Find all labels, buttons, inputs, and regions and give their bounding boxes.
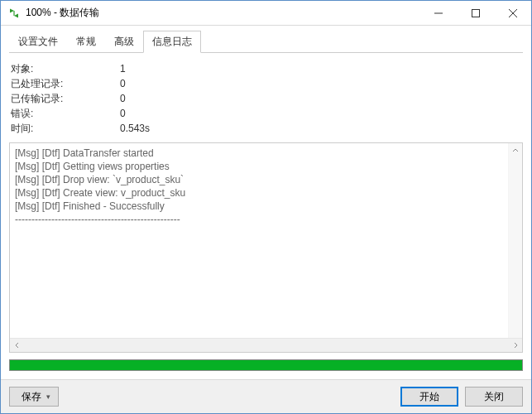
stat-label-time: 时间: xyxy=(11,121,120,136)
tab-bar: 设置文件 常规 高级 信息日志 xyxy=(9,31,523,53)
app-window: 100% - 数据传输 设置文件 常规 高级 信息日志 对象: 1 xyxy=(0,0,532,414)
stat-row-time: 时间: 0.543s xyxy=(11,121,521,136)
titlebar: 100% - 数据传输 xyxy=(1,1,531,26)
stat-label-errors: 错误: xyxy=(11,106,120,121)
stats-panel: 对象: 1 已处理记录: 0 已传输记录: 0 错误: 0 时间: 0.543s xyxy=(11,61,521,136)
minimize-button[interactable] xyxy=(419,1,457,25)
chevron-down-icon: ▾ xyxy=(46,392,50,401)
stat-row-processed: 已处理记录: 0 xyxy=(11,76,521,91)
stat-value-errors: 0 xyxy=(120,106,126,121)
tab-general[interactable]: 常规 xyxy=(67,31,105,53)
scroll-right-icon xyxy=(508,339,522,352)
progress-bar xyxy=(9,359,523,371)
window-title: 100% - 数据传输 xyxy=(26,6,99,20)
stat-value-objects: 1 xyxy=(120,61,126,76)
stat-value-transferred: 0 xyxy=(120,91,126,106)
stat-value-processed: 0 xyxy=(120,76,126,91)
log-horizontal-scrollbar[interactable] xyxy=(10,338,522,352)
save-dropdown-button[interactable]: 保存 ▾ xyxy=(9,387,59,407)
footer: 保存 ▾ 开始 关闭 xyxy=(1,379,531,413)
maximize-button[interactable] xyxy=(457,1,494,25)
scroll-left-icon xyxy=(10,339,24,352)
close-button-label: 关闭 xyxy=(484,390,504,404)
log-content[interactable]: [Msg] [Dtf] DataTransfer started [Msg] [… xyxy=(10,143,522,338)
stat-label-processed: 已处理记录: xyxy=(11,76,120,91)
scroll-up-icon xyxy=(509,143,522,157)
tab-settings-file[interactable]: 设置文件 xyxy=(9,31,67,53)
log-box: [Msg] [Dtf] DataTransfer started [Msg] [… xyxy=(9,142,523,353)
tab-advanced[interactable]: 高级 xyxy=(105,31,143,53)
stat-row-errors: 错误: 0 xyxy=(11,106,521,121)
stat-value-time: 0.543s xyxy=(120,121,150,136)
app-icon xyxy=(7,7,21,20)
stat-label-objects: 对象: xyxy=(11,61,120,76)
close-dialog-button[interactable]: 关闭 xyxy=(465,387,523,407)
start-button[interactable]: 开始 xyxy=(400,387,458,407)
progress-fill xyxy=(10,360,522,370)
save-button-label: 保存 xyxy=(22,390,41,404)
start-button-label: 开始 xyxy=(419,390,439,404)
dialog-body: 设置文件 常规 高级 信息日志 对象: 1 已处理记录: 0 已传输记录: 0 … xyxy=(1,26,531,379)
stat-row-transferred: 已传输记录: 0 xyxy=(11,91,521,106)
window-controls xyxy=(419,1,531,25)
tab-message-log[interactable]: 信息日志 xyxy=(143,31,201,53)
log-vertical-scrollbar[interactable] xyxy=(508,143,522,338)
svg-rect-2 xyxy=(472,9,479,17)
close-button[interactable] xyxy=(494,1,531,25)
stat-row-objects: 对象: 1 xyxy=(11,61,521,76)
stat-label-transferred: 已传输记录: xyxy=(11,91,120,106)
